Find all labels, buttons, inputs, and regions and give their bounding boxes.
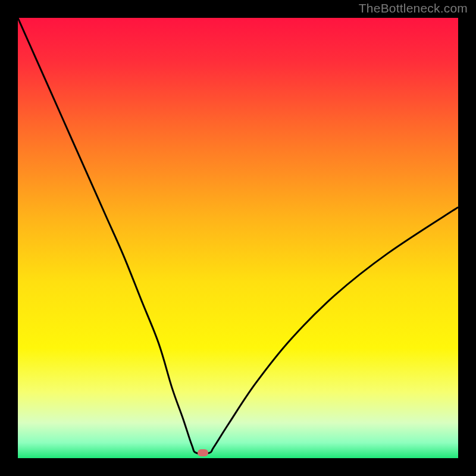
bottleneck-curve <box>18 18 458 458</box>
watermark-text: TheBottleneck.com <box>359 1 468 15</box>
curve-path <box>18 18 458 454</box>
chart-frame: TheBottleneck.com <box>0 0 476 476</box>
plot-area <box>18 18 458 458</box>
optimum-marker <box>198 449 208 456</box>
